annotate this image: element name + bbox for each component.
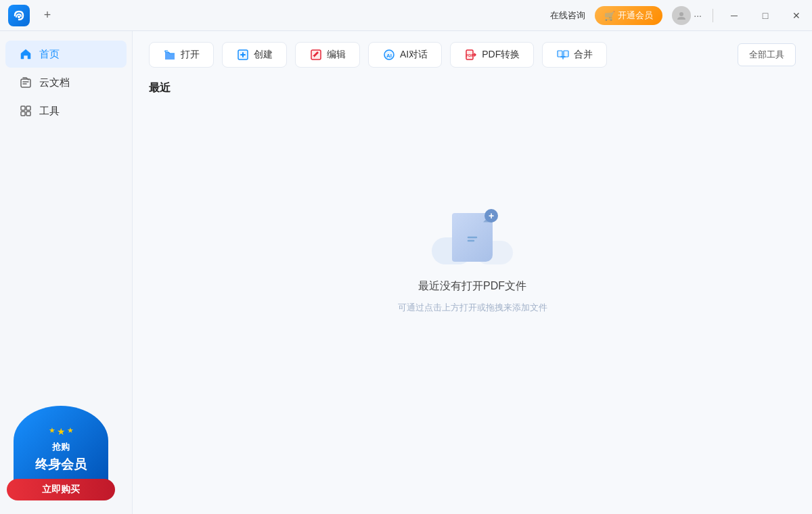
open-label: 打开 [181, 49, 200, 61]
open-button[interactable]: 打开 [149, 42, 214, 68]
content-area: 打开 创建 编辑 [133, 31, 812, 514]
pdf-doc-icon: + [452, 213, 493, 262]
online-consult-link[interactable]: 在线咨询 [545, 9, 591, 22]
create-button[interactable]: 创建 [222, 42, 287, 68]
create-label: 创建 [254, 49, 273, 61]
sidebar-item-tools[interactable]: 工具 [5, 97, 127, 124]
tools-icon [19, 104, 32, 118]
sidebar-cloud-label: 云文档 [39, 76, 70, 89]
pdf-convert-button[interactable]: PDF PDF转换 [450, 42, 534, 68]
cloud-doc-icon [19, 76, 32, 89]
pdf-convert-label: PDF转换 [482, 49, 520, 61]
ai-chat-icon: AI [382, 48, 396, 62]
svg-rect-13 [558, 51, 562, 57]
pdf-convert-icon: PDF [464, 48, 478, 62]
svg-point-0 [18, 16, 20, 18]
minimize-button[interactable]: ─ [719, 0, 750, 31]
empty-state: + 最近没有打开PDF文件 可通过点击上方打开或拖拽来添加文件 [149, 106, 796, 411]
svg-point-1 [679, 12, 683, 16]
user-area[interactable]: ··· [667, 6, 707, 25]
edit-icon [309, 48, 323, 62]
main-layout: 首页 云文档 工具 [0, 31, 812, 514]
toolbar: 打开 创建 编辑 [133, 31, 812, 76]
promo-area: ★ ★ ★ 抢购 终身会员 立即购买 [7, 406, 115, 500]
title-bar-right: 在线咨询 🛒 开通会员 ··· ─ □ ✕ [545, 0, 812, 31]
sidebar-item-home[interactable]: 首页 [5, 41, 127, 68]
ai-chat-label: AI对话 [400, 49, 428, 61]
window-controls: ─ □ ✕ [719, 0, 812, 31]
sidebar-item-cloud[interactable]: 云文档 [5, 69, 127, 96]
vip-icon: 🛒 [604, 11, 615, 21]
svg-text:PDF: PDF [466, 53, 474, 57]
svg-rect-5 [21, 112, 25, 116]
sidebar-home-label: 首页 [39, 48, 60, 61]
empty-sub-text: 可通过点击上方打开或拖拽来添加文件 [398, 302, 547, 314]
app-logo [8, 5, 30, 26]
recent-title: 最近 [149, 81, 796, 95]
empty-main-text: 最近没有打开PDF文件 [418, 279, 526, 294]
svg-text:AI: AI [386, 53, 392, 59]
close-button[interactable]: ✕ [781, 0, 812, 31]
maximize-button[interactable]: □ [750, 0, 781, 31]
all-tools-button[interactable]: 全部工具 [738, 43, 796, 66]
svg-rect-4 [26, 106, 30, 110]
promo-main-text: 终身会员 [35, 456, 87, 473]
promo-buy-button[interactable]: 立即购买 [7, 479, 115, 500]
merge-button[interactable]: 合并 [542, 42, 607, 68]
user-menu-dots: ··· [694, 10, 702, 21]
home-icon [19, 47, 32, 61]
recent-section: 最近 + 最近没有打开PDF文件 可通过点击上方 [133, 76, 812, 421]
title-bar: + 在线咨询 🛒 开通会员 ··· ─ □ ✕ [0, 0, 812, 31]
sidebar-tools-label: 工具 [39, 105, 60, 118]
edit-button[interactable]: 编辑 [295, 42, 360, 68]
plus-badge: + [484, 209, 498, 223]
open-icon [163, 48, 177, 62]
vip-label: 开通会员 [618, 9, 653, 22]
new-tab-button[interactable]: + [38, 6, 57, 25]
svg-rect-3 [21, 106, 25, 110]
separator [713, 9, 713, 22]
svg-rect-2 [21, 79, 30, 87]
promo-top-text: 抢购 [52, 441, 70, 453]
vip-button[interactable]: 🛒 开通会员 [595, 6, 662, 25]
svg-rect-6 [26, 112, 30, 116]
ai-chat-button[interactable]: AI AI对话 [368, 42, 442, 68]
svg-rect-14 [564, 51, 568, 57]
user-avatar [672, 6, 691, 25]
merge-label: 合并 [574, 49, 593, 61]
edit-label: 编辑 [327, 49, 346, 61]
create-icon [236, 48, 250, 62]
empty-icon: + [432, 204, 513, 271]
promo-badge[interactable]: ★ ★ ★ 抢购 终身会员 立即购买 [7, 406, 115, 500]
merge-icon [556, 48, 570, 62]
sidebar: 首页 云文档 工具 [0, 31, 133, 514]
